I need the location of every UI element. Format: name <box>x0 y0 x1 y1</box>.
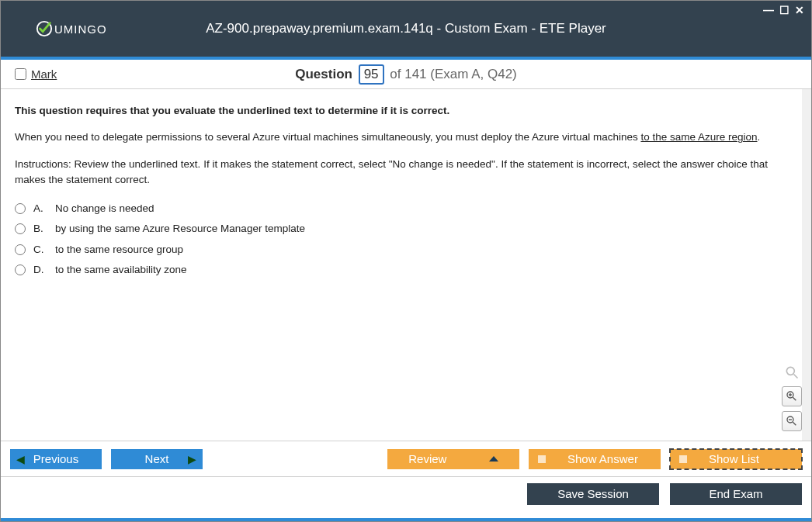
stem-prefix: When you need to delegate permissions to… <box>15 131 640 143</box>
question-header: Mark Question 95 of 141 (Exam A, Q42) <box>1 60 811 89</box>
end-exam-button[interactable]: End Exam <box>670 483 802 505</box>
window-controls: — ☐ ✕ <box>763 4 805 16</box>
svg-line-2 <box>794 375 798 379</box>
square-icon <box>679 455 687 463</box>
question-word: Question <box>295 67 352 81</box>
question-number-box: 95 <box>359 64 384 85</box>
answer-options: A. No change is needed B. by using the s… <box>15 199 797 280</box>
review-button[interactable]: Review <box>387 449 519 469</box>
minimize-icon[interactable]: — <box>763 4 774 16</box>
option-row[interactable]: D. to the same availability zone <box>15 260 797 280</box>
option-letter: C. <box>33 242 47 258</box>
option-row[interactable]: A. No change is needed <box>15 199 797 219</box>
option-radio-c[interactable] <box>15 244 26 255</box>
logo-text: UMINGO <box>54 22 107 36</box>
triangle-up-icon <box>489 456 498 462</box>
option-letter: D. <box>33 262 47 278</box>
show-list-label: Show List <box>709 452 759 465</box>
svg-point-1 <box>786 367 794 375</box>
scrollbar[interactable] <box>802 89 811 441</box>
close-icon[interactable]: ✕ <box>794 4 805 16</box>
maximize-icon[interactable]: ☐ <box>779 4 789 16</box>
previous-button[interactable]: ◀ Previous <box>10 449 102 469</box>
chevron-left-icon: ◀ <box>16 453 25 465</box>
stem-underlined: to the same Azure region <box>640 131 757 143</box>
content-area: This question requires that you evaluate… <box>1 89 811 441</box>
next-button[interactable]: Next ▶ <box>111 449 203 469</box>
search-icon[interactable] <box>783 363 801 382</box>
app-logo: UMINGO <box>36 20 107 37</box>
titlebar: UMINGO AZ-900.prepaway.premium.exam.141q… <box>1 1 811 57</box>
save-session-label: Save Session <box>557 487 629 500</box>
show-list-button[interactable]: Show List <box>670 449 802 469</box>
option-text: to the same availability zone <box>55 262 187 278</box>
question-content: This question requires that you evaluate… <box>1 89 811 294</box>
question-stem: When you need to delegate permissions to… <box>15 130 797 145</box>
option-letter: B. <box>33 221 47 237</box>
option-letter: A. <box>33 201 47 216</box>
option-text: by using the same Azure Resource Manager… <box>55 221 305 237</box>
mark-checkbox[interactable] <box>15 68 26 80</box>
save-session-button[interactable]: Save Session <box>527 483 659 505</box>
mark-label[interactable]: Mark <box>31 67 57 81</box>
footer-primary: ◀ Previous Next ▶ Review Show Answer Sho… <box>1 441 811 476</box>
svg-line-4 <box>793 397 796 400</box>
option-radio-d[interactable] <box>15 264 26 275</box>
review-label: Review <box>408 452 446 465</box>
stem-suffix: . <box>758 131 761 143</box>
chevron-right-icon: ▶ <box>188 453 196 465</box>
next-label: Next <box>145 452 169 465</box>
option-text: to the same resource group <box>55 242 183 258</box>
option-row[interactable]: B. by using the same Azure Resource Mana… <box>15 219 797 239</box>
zoom-out-icon[interactable] <box>782 411 802 431</box>
window-title: AZ-900.prepaway.premium.exam.141q - Cust… <box>1 21 811 36</box>
zoom-in-icon[interactable] <box>782 386 802 406</box>
footer-secondary: Save Session End Exam <box>1 476 811 510</box>
mark-checkbox-wrap: Mark <box>15 67 57 81</box>
question-instructions: Instructions: Review the underlined text… <box>15 157 797 188</box>
svg-line-8 <box>793 422 796 425</box>
previous-label: Previous <box>33 452 78 465</box>
option-radio-a[interactable] <box>15 203 26 214</box>
show-answer-label: Show Answer <box>567 452 638 465</box>
logo-check-icon <box>36 20 53 37</box>
question-counter: Question 95 of 141 (Exam A, Q42) <box>1 64 811 85</box>
side-tools <box>782 363 802 431</box>
bottom-divider <box>1 518 811 521</box>
option-radio-b[interactable] <box>15 223 26 234</box>
show-answer-button[interactable]: Show Answer <box>529 449 661 469</box>
option-row[interactable]: C. to the same resource group <box>15 240 797 260</box>
question-of-text: of 141 (Exam A, Q42) <box>390 67 516 81</box>
option-text: No change is needed <box>55 201 154 216</box>
square-icon <box>538 455 546 463</box>
end-exam-label: End Exam <box>709 487 762 500</box>
question-intro: This question requires that you evaluate… <box>15 103 797 119</box>
